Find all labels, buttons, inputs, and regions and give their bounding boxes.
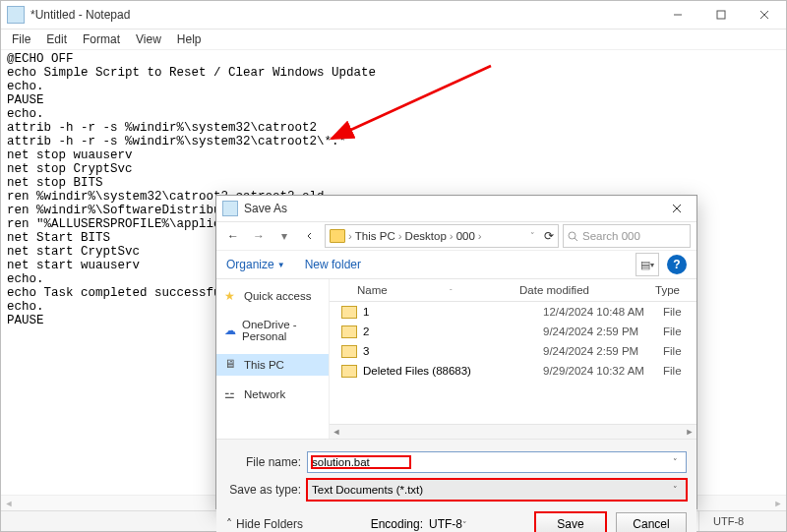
help-button[interactable]: ? — [667, 255, 687, 274]
file-type: File — [663, 325, 696, 337]
nav-up-button[interactable] — [299, 225, 321, 247]
menu-file[interactable]: File — [5, 30, 37, 48]
new-folder-button[interactable]: New folder — [305, 258, 361, 271]
crumb-dropdown[interactable]: ˅ — [530, 231, 535, 241]
column-headers[interactable]: Name ˆ Date modified Type — [330, 279, 696, 302]
file-date: 9/24/2024 2:59 PM — [543, 325, 663, 337]
save-as-dialog: Save As ← → ▾ › This PC › Desktop › 000 … — [215, 195, 697, 509]
close-button[interactable] — [743, 1, 786, 29]
search-input[interactable]: Search 000 — [563, 224, 691, 248]
svg-rect-1 — [717, 11, 725, 19]
savetype-dropdown[interactable]: Text Documents (*.txt) ˅ — [307, 479, 687, 501]
file-row[interactable]: Deleted Files (88683)9/29/2024 10:32 AMF… — [330, 361, 696, 381]
crumb-folder[interactable]: 000 — [456, 230, 475, 242]
breadcrumb[interactable]: › This PC › Desktop › 000 › ˅ ⟳ — [325, 224, 559, 248]
crumb-desktop[interactable]: Desktop — [405, 230, 447, 242]
savetype-label: Save as type: — [226, 483, 301, 497]
sort-asc-icon: ˆ — [450, 287, 453, 296]
filepane-hscrollbar[interactable]: ◄► — [330, 424, 696, 439]
view-options-button[interactable]: ▤ ▾ — [636, 253, 659, 276]
star-icon: ★ — [224, 289, 238, 303]
chevron-down-icon[interactable]: ˅ — [668, 457, 682, 467]
search-icon — [568, 231, 578, 242]
file-name: Deleted Files (88683) — [363, 365, 543, 377]
file-date: 9/29/2024 10:32 AM — [543, 365, 663, 377]
nav-row: ← → ▾ › This PC › Desktop › 000 › ˅ ⟳ Se… — [216, 222, 696, 251]
nav-forward-button[interactable]: → — [248, 225, 270, 247]
dialog-titlebar: Save As — [216, 196, 696, 222]
organize-menu[interactable]: Organize ▼ — [226, 258, 285, 271]
filename-input[interactable]: solution.bat ˅ — [307, 451, 687, 473]
file-type: File — [663, 365, 696, 377]
file-row[interactable]: 29/24/2024 2:59 PMFile — [330, 322, 696, 341]
col-date[interactable]: Date modified — [512, 284, 647, 296]
file-type: File — [663, 345, 696, 357]
dialog-close-button[interactable] — [657, 196, 696, 221]
col-name[interactable]: Name ˆ — [330, 284, 512, 296]
file-type: File — [663, 306, 696, 318]
file-date: 12/4/2024 10:48 AM — [543, 306, 663, 318]
crumb-thispc[interactable]: This PC — [355, 230, 395, 242]
dialog-body: ★Quick access ☁OneDrive - Personal 🖥This… — [216, 279, 696, 439]
menu-help[interactable]: Help — [170, 30, 209, 48]
menu-view[interactable]: View — [129, 30, 168, 48]
sidebar-item-quick-access[interactable]: ★Quick access — [216, 285, 329, 307]
sidebar-item-thispc[interactable]: 🖥This PC — [216, 354, 329, 376]
file-name: 2 — [363, 325, 543, 337]
filename-label: File name: — [226, 455, 301, 469]
chevron-up-icon: ˄ — [226, 517, 232, 531]
sidebar-item-network[interactable]: ⚍Network — [216, 384, 329, 405]
nav-recent-button[interactable]: ▾ — [273, 225, 295, 247]
notepad-icon — [7, 6, 25, 24]
window-title: *Untitled - Notepad — [30, 8, 656, 22]
pc-icon: 🖥 — [224, 358, 238, 372]
minimize-button[interactable] — [656, 1, 699, 29]
folder-icon — [341, 345, 357, 358]
encoding-label: Encoding: — [371, 517, 423, 531]
folder-icon — [330, 229, 345, 243]
chevron-down-icon[interactable]: ˅ — [668, 485, 682, 495]
titlebar: *Untitled - Notepad — [1, 1, 786, 30]
save-button[interactable]: Save — [535, 512, 606, 532]
folder-icon — [341, 325, 357, 338]
file-row[interactable]: 39/24/2024 2:59 PMFile — [330, 341, 696, 361]
folder-icon — [341, 306, 357, 319]
dialog-bottom: File name: solution.bat ˅ Save as type: … — [216, 439, 696, 532]
refresh-icon[interactable]: ⟳ — [544, 229, 554, 243]
col-type[interactable]: Type — [647, 284, 696, 296]
dialog-title: Save As — [244, 202, 657, 215]
file-name: 1 — [363, 306, 543, 318]
dialog-toolbar: Organize ▼ New folder ▤ ▾ ? — [216, 251, 696, 279]
file-name: 3 — [363, 345, 543, 357]
file-date: 9/24/2024 2:59 PM — [543, 345, 663, 357]
status-encoding: UTF-8 — [698, 511, 786, 531]
nav-back-button[interactable]: ← — [222, 225, 244, 247]
encoding-dropdown[interactable]: UTF-8˅ — [429, 517, 519, 531]
sidebar-item-onedrive[interactable]: ☁OneDrive - Personal — [216, 315, 329, 346]
maximize-button[interactable] — [699, 1, 743, 29]
hide-folders-button[interactable]: ˄Hide Folders — [226, 517, 303, 531]
menubar: File Edit Format View Help — [1, 30, 786, 50]
folder-icon — [341, 365, 357, 378]
notepad-icon — [222, 201, 238, 216]
nav-sidebar: ★Quick access ☁OneDrive - Personal 🖥This… — [216, 279, 330, 439]
cancel-button[interactable]: Cancel — [616, 512, 687, 532]
svg-point-8 — [569, 232, 575, 239]
filename-value: solution.bat — [312, 456, 410, 468]
file-pane: Name ˆ Date modified Type 112/4/2024 10:… — [330, 279, 696, 439]
file-row[interactable]: 112/4/2024 10:48 AMFile — [330, 302, 696, 322]
menu-format[interactable]: Format — [76, 30, 127, 48]
network-icon: ⚍ — [224, 387, 238, 401]
menu-edit[interactable]: Edit — [39, 30, 74, 48]
cloud-icon: ☁ — [224, 324, 236, 337]
svg-line-9 — [575, 238, 577, 241]
